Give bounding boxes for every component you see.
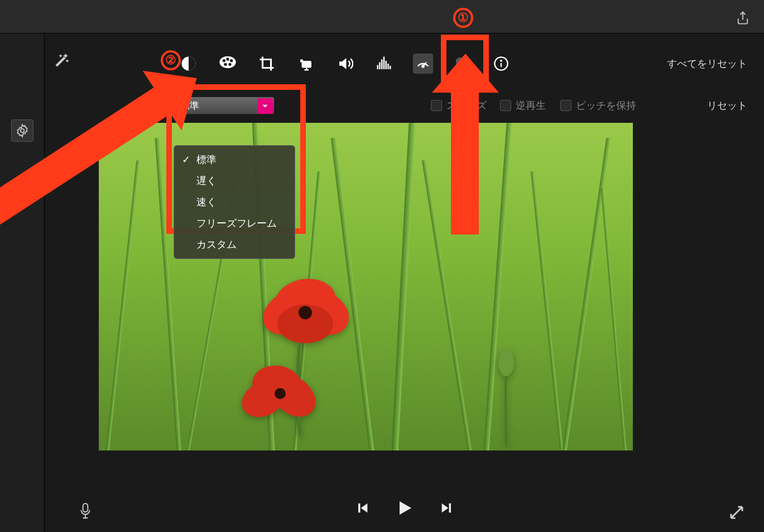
- speed-option-normal[interactable]: ✓ 標準: [174, 149, 295, 170]
- svg-rect-37: [83, 504, 88, 512]
- speed-option-slow[interactable]: 遅く: [174, 170, 295, 191]
- chevron-down-icon: [257, 98, 273, 114]
- svg-point-5: [230, 59, 233, 62]
- svg-point-3: [223, 59, 225, 62]
- crop-icon[interactable]: [257, 54, 277, 74]
- titlebar: [0, 0, 764, 33]
- speed-select[interactable]: 標準: [174, 97, 275, 114]
- speed-dropdown[interactable]: ✓ 標準 遅く 速く フリーズフレーム カスタム: [174, 145, 295, 259]
- svg-rect-14: [381, 60, 383, 70]
- preview-flower: [222, 246, 389, 435]
- filters-icon[interactable]: [452, 54, 472, 74]
- speed-option-freeze[interactable]: フリーズフレーム: [174, 213, 295, 234]
- preview-bud: [489, 346, 523, 447]
- voiceover-button[interactable]: [78, 502, 93, 523]
- next-button[interactable]: [439, 500, 455, 518]
- svg-point-23: [458, 61, 467, 70]
- stabilize-icon[interactable]: [296, 54, 316, 74]
- preserve-pitch-option[interactable]: ピッチを保持: [560, 99, 636, 112]
- check-icon: ✓: [182, 154, 190, 166]
- svg-point-36: [498, 349, 514, 376]
- reverse-label: 逆再生: [516, 99, 546, 112]
- reverse-option[interactable]: 逆再生: [500, 99, 546, 112]
- svg-rect-11: [306, 68, 307, 70]
- color-correction-icon[interactable]: [218, 54, 238, 74]
- svg-point-26: [501, 60, 502, 61]
- svg-rect-18: [390, 66, 391, 69]
- svg-point-6: [224, 63, 227, 66]
- reverse-checkbox[interactable]: [500, 100, 511, 111]
- volume-icon[interactable]: [335, 54, 355, 74]
- playback-controls: [45, 494, 764, 524]
- svg-point-35: [275, 388, 286, 399]
- smooth-label: スムーズ: [446, 99, 487, 112]
- svg-rect-16: [386, 61, 387, 69]
- reset-all-button[interactable]: すべてをリセット: [667, 57, 747, 70]
- svg-rect-12: [377, 65, 379, 70]
- speed-options-bar: 速度: 標準 スムーズ 逆再生 ピッチを保持 リセット: [45, 92, 764, 119]
- svg-rect-15: [383, 57, 385, 70]
- main-area: すべてをリセット 速度: 標準 スムーズ 逆再生 ピッチを保持 リセット: [45, 33, 764, 532]
- svg-rect-8: [302, 61, 312, 68]
- info-icon[interactable]: [491, 54, 511, 74]
- preserve-pitch-label: ピッチを保持: [576, 99, 636, 112]
- left-sidebar: [0, 33, 45, 532]
- settings-button[interactable]: [11, 119, 33, 142]
- play-button[interactable]: [395, 498, 415, 520]
- svg-rect-13: [379, 63, 381, 70]
- svg-rect-10: [305, 69, 309, 71]
- speed-option-custom[interactable]: カスタム: [174, 234, 295, 255]
- speed-label: 速度:: [134, 99, 157, 112]
- speed-select-value: 標準: [180, 99, 199, 112]
- fullscreen-button[interactable]: [728, 504, 745, 523]
- svg-rect-9: [300, 60, 303, 63]
- smooth-checkbox[interactable]: [431, 100, 442, 111]
- share-button[interactable]: [735, 10, 751, 26]
- svg-point-0: [21, 129, 25, 133]
- reset-speed-button[interactable]: リセット: [707, 99, 747, 112]
- previous-button[interactable]: [354, 500, 370, 518]
- speed-option-fast[interactable]: 速く: [174, 191, 295, 213]
- svg-rect-17: [387, 64, 389, 69]
- speed-icon[interactable]: [413, 54, 433, 74]
- noise-reduction-icon[interactable]: [374, 54, 394, 74]
- svg-point-4: [226, 57, 229, 60]
- svg-point-7: [228, 63, 231, 66]
- adjustment-toolbar: すべてをリセット: [45, 47, 764, 80]
- svg-point-31: [299, 306, 312, 319]
- smooth-option[interactable]: スムーズ: [431, 99, 487, 112]
- preserve-pitch-checkbox[interactable]: [560, 100, 571, 111]
- color-balance-icon[interactable]: [179, 54, 199, 74]
